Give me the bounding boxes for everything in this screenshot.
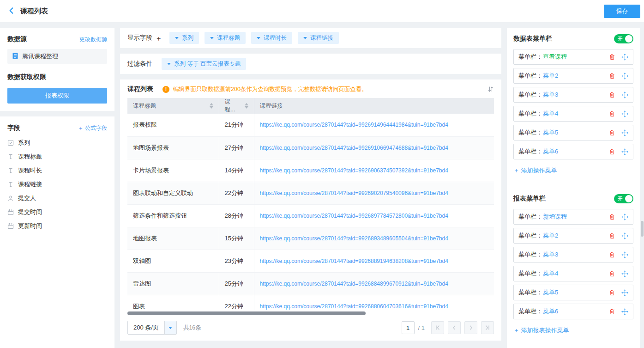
menu-item[interactable]: 菜单栏： 菜单3 [513, 87, 633, 103]
menu-item[interactable]: 菜单栏： 菜单2 [513, 68, 633, 84]
sort-icon[interactable] [488, 86, 494, 92]
move-icon[interactable] [621, 214, 628, 220]
delete-icon[interactable] [609, 73, 615, 79]
horizontal-scrollbar[interactable] [127, 311, 494, 315]
change-datasource-link[interactable]: 更改数据源 [79, 36, 107, 43]
add-table-menu-link[interactable]: ＋ 添加操作菜单 [513, 166, 557, 175]
column-header-course-duration[interactable]: 课程... [219, 98, 254, 114]
display-field-chip-course-duration[interactable]: 课程时长 [251, 32, 292, 44]
move-icon[interactable] [621, 270, 628, 277]
datasource-item[interactable]: 腾讯课程整理 [7, 49, 107, 64]
field-item-series[interactable]: 系列 [7, 136, 107, 150]
course-link[interactable]: https://ke.qq.com/course/2870144?taid=99… [254, 227, 494, 250]
menu-item[interactable]: 菜单栏： 查看课程 [513, 49, 633, 65]
add-report-menu-link[interactable]: ＋ 添加报表操作菜单 [513, 326, 569, 335]
add-formula-field-link[interactable]: ＋ 公式字段 [78, 124, 107, 132]
course-link[interactable]: https://ke.qq.com/course/2870144?taid=99… [254, 159, 494, 182]
menu-item[interactable]: 菜单栏： 菜单6 [513, 144, 633, 159]
back-button[interactable] [7, 6, 16, 16]
move-icon[interactable] [621, 251, 628, 258]
field-item-submitter[interactable]: 提交人 [7, 191, 107, 205]
menu-item-name[interactable]: 菜单6 [543, 307, 558, 316]
delete-icon[interactable] [609, 148, 615, 155]
menu-item-name[interactable]: 菜单4 [543, 110, 558, 118]
display-field-chip-course-link[interactable]: 课程链接 [298, 32, 339, 44]
delete-icon[interactable] [609, 232, 615, 239]
horizontal-scrollbar-thumb[interactable] [127, 311, 366, 315]
page-size-select[interactable]: 200 条/页 [127, 321, 177, 335]
menu-item[interactable]: 菜单栏： 菜单3 [513, 247, 633, 263]
move-icon[interactable] [621, 110, 628, 117]
delete-icon[interactable] [609, 289, 615, 296]
field-item-course-link[interactable]: 课程链接 [7, 177, 107, 191]
delete-icon[interactable] [609, 270, 615, 277]
column-header-course-title[interactable]: 课程标题 [127, 98, 219, 114]
course-link[interactable]: https://ke.qq.com/course/2870144?taid=99… [254, 204, 494, 227]
move-icon[interactable] [621, 92, 628, 98]
move-icon[interactable] [621, 129, 628, 136]
previous-page-button[interactable] [448, 321, 461, 334]
sort-carets-icon[interactable] [245, 103, 248, 109]
chevron-down-icon[interactable] [164, 321, 176, 334]
sort-carets-icon[interactable] [210, 103, 213, 109]
menu-item[interactable]: 菜单栏： 菜单4 [513, 106, 633, 122]
course-link[interactable]: https://ke.qq.com/course/2870144?taid=99… [254, 272, 494, 295]
delete-icon[interactable] [609, 54, 615, 60]
chip-label: 课程标题 [217, 34, 240, 42]
report-menu-toggle[interactable]: 开 [614, 194, 633, 203]
menu-item-name[interactable]: 菜单5 [543, 128, 558, 137]
menu-item-name[interactable]: 菜单2 [543, 232, 558, 240]
page-scrollbar-thumb[interactable] [641, 221, 644, 237]
report-permission-button[interactable]: 报表权限 [7, 88, 107, 104]
menu-item[interactable]: 菜单栏： 菜单4 [513, 266, 633, 281]
menu-item[interactable]: 菜单栏： 菜单5 [513, 125, 633, 140]
field-item-submit-time[interactable]: 提交时间 [7, 205, 107, 219]
menu-item-name[interactable]: 菜单3 [543, 250, 558, 259]
delete-icon[interactable] [609, 214, 615, 220]
move-icon[interactable] [621, 308, 628, 315]
menu-item-name[interactable]: 新增课程 [543, 213, 567, 221]
menu-item[interactable]: 菜单栏： 新增课程 [513, 209, 633, 225]
field-item-course-duration[interactable]: 课程时长 [7, 164, 107, 177]
save-button[interactable]: 保存 [604, 5, 640, 18]
menu-item-name[interactable]: 菜单4 [543, 269, 558, 278]
move-icon[interactable] [621, 289, 628, 296]
menu-item-name[interactable]: 菜单3 [543, 91, 558, 99]
page-scrollbar[interactable] [641, 0, 644, 348]
delete-icon[interactable] [609, 110, 615, 117]
course-link[interactable]: https://ke.qq.com/course/2870144?taid=99… [254, 136, 494, 159]
last-page-button[interactable] [481, 321, 494, 334]
menu-item[interactable]: 菜单栏： 菜单5 [513, 285, 633, 300]
first-page-button[interactable] [431, 321, 444, 334]
display-field-chip-series[interactable]: 系列 [169, 32, 199, 44]
course-link[interactable]: https://ke.qq.com/course/2870144?taid=99… [254, 114, 494, 136]
add-display-field-button[interactable]: ＋ [155, 35, 162, 42]
course-title-cell: 地图场景报表 [127, 136, 219, 159]
move-icon[interactable] [621, 54, 628, 61]
filter-condition-chip[interactable]: 系列 等于 百宝云报表专题 [162, 58, 246, 70]
display-field-chip-course-title[interactable]: 课程标题 [205, 32, 246, 44]
course-link[interactable]: https://ke.qq.com/course/2870144?taid=99… [254, 182, 494, 204]
course-table-card: 课程列表 ! 编辑界面只取数据源前200条作为查询数据预览，完整数据请访问页面查… [120, 79, 501, 341]
delete-icon[interactable] [609, 308, 615, 315]
delete-icon[interactable] [609, 129, 615, 136]
field-item-update-time[interactable]: 更新时间 [7, 219, 107, 233]
menu-item-name[interactable]: 查看课程 [543, 53, 567, 61]
page-number-input[interactable] [402, 321, 415, 334]
table-menu-toggle[interactable]: 开 [614, 34, 633, 43]
delete-icon[interactable] [609, 92, 615, 98]
move-icon[interactable] [621, 148, 628, 155]
next-page-button[interactable] [464, 321, 477, 334]
menu-item-name[interactable]: 菜单5 [543, 288, 558, 297]
menu-item[interactable]: 菜单栏： 菜单2 [513, 228, 633, 244]
move-icon[interactable] [621, 73, 628, 79]
delete-icon[interactable] [609, 251, 615, 258]
menu-item-name[interactable]: 菜单2 [543, 72, 558, 80]
menu-item[interactable]: 菜单栏： 菜单6 [513, 304, 633, 319]
menu-item-name[interactable]: 菜单6 [543, 147, 558, 156]
field-item-course-title[interactable]: 课程标题 [7, 150, 107, 164]
warning-icon: ! [163, 86, 169, 93]
move-icon[interactable] [621, 232, 628, 239]
course-link[interactable]: https://ke.qq.com/course/2870144?taid=99… [254, 295, 494, 310]
course-link[interactable]: https://ke.qq.com/course/2870144?taid=99… [254, 250, 494, 272]
